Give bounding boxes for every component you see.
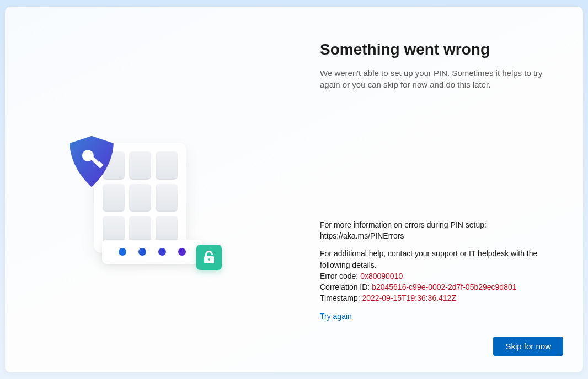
keypad-key <box>129 151 151 180</box>
pin-dot <box>119 248 126 256</box>
error-info-block: For more information on errors during PI… <box>320 219 553 322</box>
correlation-id-label: Correlation ID: <box>320 283 372 291</box>
svg-point-4 <box>208 258 210 261</box>
pin-dots-graphic <box>102 240 202 264</box>
pin-illustration <box>65 126 236 269</box>
shield-key-icon <box>65 134 119 191</box>
timestamp-label: Timestamp: <box>320 294 362 302</box>
pin-dot <box>138 248 146 256</box>
correlation-id-value: b2045616-c99e-0002-2d7f-05b29ec9d801 <box>372 283 516 291</box>
pin-dot <box>158 248 166 256</box>
illustration-pane <box>5 7 295 372</box>
skip-button[interactable]: Skip for now <box>493 337 563 356</box>
keypad-key <box>129 184 151 212</box>
page-title: Something went wrong <box>320 41 553 58</box>
content-pane: Something went wrong We weren't able to … <box>295 7 583 372</box>
timestamp-value: 2022-09-15T19:36:36.412Z <box>362 294 456 302</box>
keypad-key <box>156 151 178 180</box>
try-again-link[interactable]: Try again <box>320 311 352 322</box>
unlock-icon <box>196 245 222 270</box>
dialog-card: Something went wrong We weren't able to … <box>5 7 583 372</box>
more-info-url: https://aka.ms/PINErrors <box>320 230 553 241</box>
page-subtitle: We weren't able to set up your PIN. Some… <box>320 67 553 90</box>
help-text: For additional help, contact your suppor… <box>320 248 553 270</box>
pin-dot <box>178 248 186 256</box>
more-info-label: For more information on errors during PI… <box>320 219 553 230</box>
keypad-key <box>156 184 178 212</box>
error-code-value: 0x80090010 <box>360 272 403 280</box>
error-code-label: Error code: <box>320 272 360 280</box>
